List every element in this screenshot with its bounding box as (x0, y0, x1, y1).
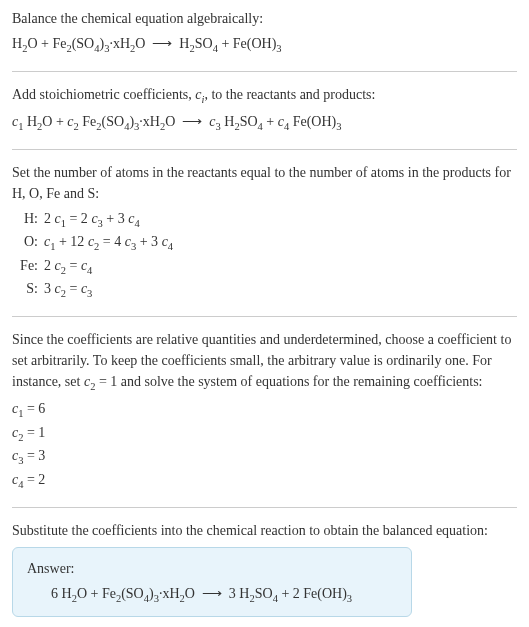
element-equation: c1 + 12 c2 = 4 c3 + 3 c4 (44, 231, 517, 255)
table-row: Fe: 2 c2 = c4 (16, 255, 517, 279)
divider (12, 71, 517, 72)
divider (12, 507, 517, 508)
list-item: c2 = 1 (12, 422, 517, 446)
step4-text: Substitute the coefficients into the che… (12, 520, 517, 541)
element-label: Fe: (16, 255, 44, 276)
answer-equation: 6 H2O + Fe2(SO4)3·xH2O ⟶ 3 H2SO4 + 2 Fe(… (27, 583, 397, 607)
list-item: c3 = 3 (12, 445, 517, 469)
intro-section: Balance the chemical equation algebraica… (12, 8, 517, 57)
element-label: O: (16, 231, 44, 252)
divider (12, 149, 517, 150)
coefficient-list: c1 = 6 c2 = 1 c3 = 3 c4 = 2 (12, 398, 517, 492)
list-item: c1 = 6 (12, 398, 517, 422)
element-equation: 2 c1 = 2 c3 + 3 c4 (44, 208, 517, 232)
table-row: O: c1 + 12 c2 = 4 c3 + 3 c4 (16, 231, 517, 255)
step3-section: Since the coefficients are relative quan… (12, 329, 517, 493)
step1-text: Add stoichiometric coefficients, ci, to … (12, 84, 517, 108)
element-equation: 2 c2 = c4 (44, 255, 517, 279)
step4-section: Substitute the coefficients into the che… (12, 520, 517, 618)
step3-text: Since the coefficients are relative quan… (12, 329, 517, 395)
element-equation: 3 c2 = c3 (44, 278, 517, 302)
atom-balance-table: H: 2 c1 = 2 c3 + 3 c4 O: c1 + 12 c2 = 4 … (16, 208, 517, 302)
step1-equation: c1 H2O + c2 Fe2(SO4)3·xH2O ⟶ c3 H2SO4 + … (12, 111, 517, 135)
step1-section: Add stoichiometric coefficients, ci, to … (12, 84, 517, 135)
step2-section: Set the number of atoms in the reactants… (12, 162, 517, 302)
answer-label: Answer: (27, 558, 397, 579)
element-label: H: (16, 208, 44, 229)
intro-text: Balance the chemical equation algebraica… (12, 8, 517, 29)
divider (12, 316, 517, 317)
element-label: S: (16, 278, 44, 299)
list-item: c4 = 2 (12, 469, 517, 493)
intro-equation: H2O + Fe2(SO4)3·xH2O ⟶ H2SO4 + Fe(OH)3 (12, 33, 517, 57)
table-row: H: 2 c1 = 2 c3 + 3 c4 (16, 208, 517, 232)
step1-text-before: Add stoichiometric coefficients, (12, 87, 195, 102)
answer-box: Answer: 6 H2O + Fe2(SO4)3·xH2O ⟶ 3 H2SO4… (12, 547, 412, 618)
table-row: S: 3 c2 = c3 (16, 278, 517, 302)
step1-text-after: , to the reactants and products: (204, 87, 375, 102)
step2-text: Set the number of atoms in the reactants… (12, 162, 517, 204)
